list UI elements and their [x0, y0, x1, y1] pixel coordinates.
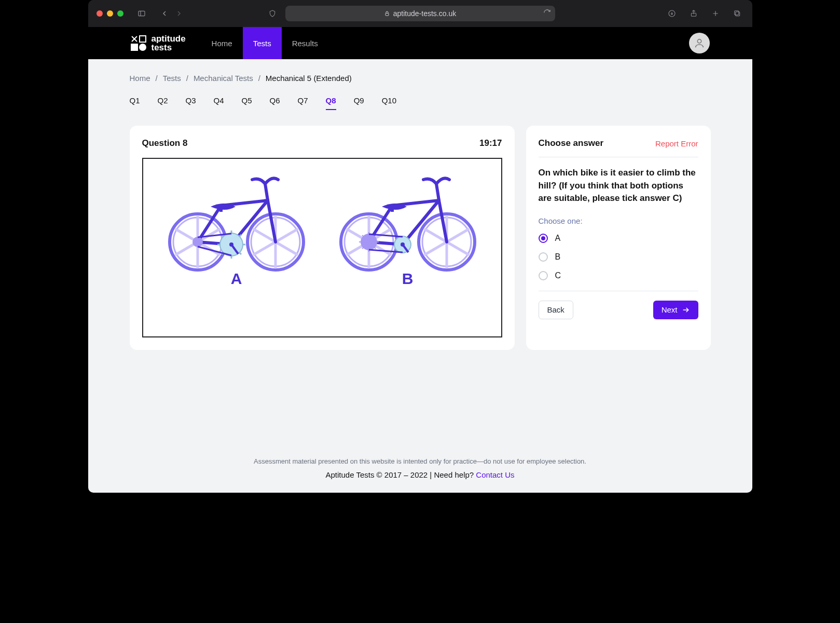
site-logo[interactable]: aptitude tests: [131, 34, 186, 52]
close-window-icon[interactable]: [97, 10, 103, 17]
nav-home[interactable]: Home: [201, 27, 243, 59]
svg-rect-2: [385, 13, 389, 16]
option-a[interactable]: A: [539, 234, 698, 243]
radio-a[interactable]: [539, 234, 548, 243]
option-b-label: B: [555, 252, 561, 262]
address-bar[interactable]: aptitude-tests.co.uk: [285, 6, 555, 21]
choose-one-label: Choose one:: [539, 216, 698, 225]
option-a-label: A: [555, 234, 561, 243]
svg-rect-8: [734, 11, 738, 15]
bike-a-icon: [159, 164, 314, 273]
timer: 19:17: [479, 138, 502, 148]
svg-line-59: [424, 242, 447, 255]
reload-icon[interactable]: [543, 9, 551, 18]
contact-link[interactable]: Contact Us: [476, 470, 514, 479]
bike-a: A: [159, 164, 314, 288]
sidebar-toggle-icon[interactable]: [135, 7, 148, 20]
bike-b-icon: [330, 164, 486, 273]
url-text: aptitude-tests.co.uk: [393, 9, 456, 18]
tab-q7[interactable]: Q7: [298, 96, 308, 110]
logo-mark-icon: [131, 35, 146, 51]
tab-q5[interactable]: Q5: [242, 96, 252, 110]
bike-a-label: A: [231, 270, 242, 288]
nav-results[interactable]: Results: [282, 27, 328, 59]
breadcrumb-current: Mechanical 5 (Extended): [266, 74, 352, 83]
tab-q9[interactable]: Q9: [354, 96, 364, 110]
bike-b-label: B: [402, 270, 414, 288]
forward-icon: [172, 7, 186, 20]
tab-q6[interactable]: Q6: [270, 96, 280, 110]
question-image: A: [142, 158, 502, 337]
minimize-window-icon[interactable]: [107, 10, 113, 17]
footer-disclaimer: Assessment material presented on this we…: [88, 457, 752, 465]
svg-line-31: [265, 184, 268, 200]
svg-line-56: [447, 229, 469, 242]
footer-copyright: Aptitude Tests © 2017 – 2022 | Need help…: [325, 470, 476, 479]
tab-q8[interactable]: Q8: [326, 96, 336, 110]
shield-icon[interactable]: [266, 7, 279, 20]
bike-b: B: [330, 164, 486, 288]
question-text: On which bike is it easier to climb the …: [539, 167, 698, 205]
svg-line-22: [276, 242, 298, 255]
radio-b[interactable]: [539, 252, 548, 262]
next-button[interactable]: Next: [653, 301, 698, 319]
report-error-link[interactable]: Report Error: [655, 139, 698, 148]
svg-point-9: [697, 39, 701, 43]
radio-c[interactable]: [539, 271, 548, 280]
next-button-label: Next: [662, 305, 678, 314]
downloads-icon[interactable]: [665, 7, 679, 20]
browser-titlebar: aptitude-tests.co.uk: [88, 0, 752, 27]
option-b[interactable]: B: [539, 252, 698, 262]
answer-title: Choose answer: [539, 138, 604, 148]
option-c-label: C: [555, 271, 561, 280]
svg-line-38: [239, 252, 241, 254]
nav-tests[interactable]: Tests: [243, 27, 282, 59]
svg-line-66: [436, 184, 439, 200]
back-button[interactable]: Back: [539, 301, 573, 319]
footer: Assessment material presented on this we…: [88, 445, 752, 493]
answer-card: Choose answer Report Error On which bike…: [526, 126, 711, 350]
tab-q10[interactable]: Q10: [382, 96, 396, 110]
svg-line-57: [447, 242, 469, 255]
tab-q2[interactable]: Q2: [158, 96, 168, 110]
lock-icon: [384, 10, 390, 17]
svg-rect-7: [735, 12, 739, 16]
svg-line-74: [362, 248, 363, 249]
maximize-window-icon[interactable]: [117, 10, 123, 17]
tab-q1[interactable]: Q1: [130, 96, 140, 110]
new-tab-icon[interactable]: [709, 7, 722, 20]
question-card: Question 8 19:17: [130, 126, 515, 350]
breadcrumb-home[interactable]: Home: [130, 74, 150, 83]
question-label: Question 8: [142, 138, 188, 148]
question-tabs: Q1 Q2 Q3 Q4 Q5 Q6 Q7 Q8 Q9 Q10: [130, 96, 711, 112]
breadcrumb: Home/ Tests/ Mechanical Tests/ Mechanica…: [130, 74, 711, 83]
breadcrumb-mechanical[interactable]: Mechanical Tests: [194, 74, 253, 83]
logo-text: aptitude tests: [152, 34, 186, 52]
svg-line-24: [253, 242, 276, 255]
svg-line-21: [276, 229, 298, 242]
avatar[interactable]: [689, 33, 710, 53]
user-icon: [694, 37, 705, 49]
option-c[interactable]: C: [539, 271, 698, 280]
share-icon[interactable]: [687, 7, 700, 20]
svg-line-72: [375, 248, 376, 249]
svg-point-33: [192, 237, 203, 247]
tabs-overview-icon[interactable]: [731, 7, 744, 20]
tab-q3[interactable]: Q3: [186, 96, 196, 110]
tab-q4[interactable]: Q4: [214, 96, 224, 110]
back-icon[interactable]: [158, 7, 171, 20]
arrow-right-icon: [682, 306, 690, 314]
app-topnav: aptitude tests Home Tests Results: [88, 27, 752, 59]
breadcrumb-tests[interactable]: Tests: [163, 74, 181, 83]
svg-line-76: [362, 235, 363, 236]
svg-rect-0: [139, 11, 145, 16]
nav-arrows: [158, 7, 186, 20]
window-controls: [97, 10, 123, 17]
